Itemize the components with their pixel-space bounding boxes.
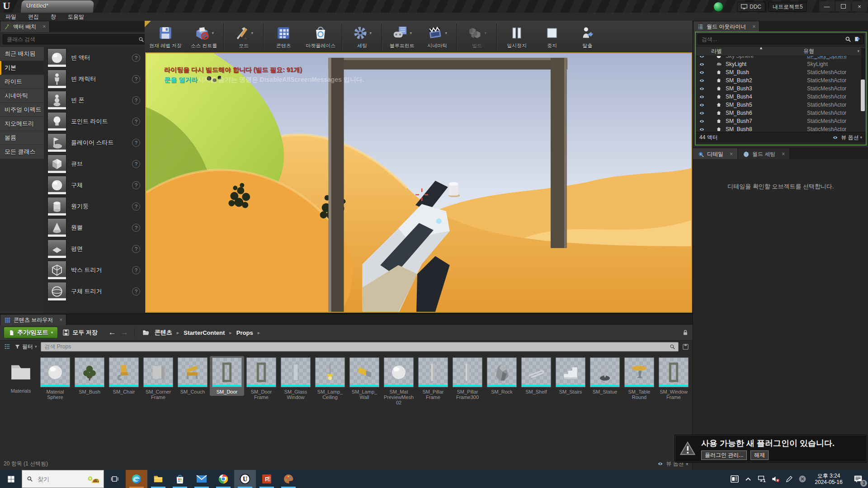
column-label[interactable]: 라벨: [711, 47, 722, 55]
add-actor-icon[interactable]: [854, 36, 861, 42]
taskbar-app-unreal[interactable]: U: [234, 470, 256, 488]
asset-tile[interactable]: SM_Table Round: [622, 356, 656, 401]
taskbar-app-paint[interactable]: [278, 470, 299, 488]
back-button[interactable]: ←: [108, 328, 116, 337]
menu-window[interactable]: 창: [51, 13, 56, 21]
breadcrumb-startercontent[interactable]: StarterContent: [184, 329, 225, 336]
help-icon[interactable]: ?: [132, 117, 140, 126]
marketplace-button[interactable]: 마켓플레이스: [301, 21, 340, 52]
category-geometry[interactable]: 지오메트리: [0, 117, 44, 131]
help-icon[interactable]: ?: [132, 54, 140, 62]
add-import-button[interactable]: 추가/임포트 ▾: [4, 327, 58, 338]
visibility-eye-icon[interactable]: [698, 86, 705, 91]
eject-button[interactable]: 탈출: [570, 21, 605, 52]
asset-tile[interactable]: SM_Pillar Frame: [416, 356, 450, 401]
help-icon[interactable]: ?: [132, 160, 140, 168]
ddc-button[interactable]: DDC: [737, 2, 765, 12]
help-icon[interactable]: ?: [132, 202, 140, 211]
help-icon[interactable]: ?: [132, 266, 140, 274]
help-icon[interactable]: ?: [132, 287, 140, 296]
tab-content-browser[interactable]: 콘텐츠 브라우저 ×: [0, 314, 66, 325]
help-icon[interactable]: ?: [132, 181, 140, 189]
level-tab-label[interactable]: Untitled*: [26, 2, 48, 9]
category-cinematic[interactable]: 시네마틱: [0, 89, 44, 103]
forward-button[interactable]: →: [121, 328, 128, 337]
visibility-eye-icon[interactable]: [698, 111, 705, 116]
category-visual-effects[interactable]: 비주얼 이펙트: [0, 103, 44, 117]
asset-tile-selected[interactable]: SM_Door: [210, 356, 244, 396]
place-item-cylinder[interactable]: 원기둥?: [44, 196, 145, 217]
stop-button[interactable]: 중지: [534, 21, 570, 52]
actor-row[interactable]: SM_Bush2StaticMeshActor: [696, 76, 866, 84]
asset-tile[interactable]: SM_Glass Window: [278, 356, 313, 401]
category-lights[interactable]: 라이트: [0, 75, 44, 89]
close-icon[interactable]: ×: [730, 151, 733, 157]
tray-app-icon[interactable]: [796, 470, 809, 488]
pen-icon[interactable]: [782, 470, 796, 488]
source-control-button[interactable]: ▾소스 컨트롤: [186, 21, 222, 52]
menu-file[interactable]: 파일: [5, 13, 16, 21]
content-button[interactable]: 콘텐츠: [266, 21, 301, 52]
asset-tile[interactable]: SM_Door Frame: [244, 356, 278, 401]
outliner-search-input[interactable]: [701, 36, 845, 43]
news-widget-icon[interactable]: [728, 470, 741, 488]
asset-tile[interactable]: SM_Lamp_ Ceiling: [313, 356, 347, 401]
place-item-sphere[interactable]: 구체?: [44, 174, 145, 196]
start-button[interactable]: [0, 470, 22, 488]
visibility-eye-icon[interactable]: [698, 56, 705, 59]
close-icon[interactable]: ×: [752, 23, 755, 30]
place-item-sphere-trigger[interactable]: 구체 트리거?: [44, 281, 145, 302]
breadcrumb-content[interactable]: 콘텐츠: [155, 328, 172, 337]
taskbar-app-powerpoint[interactable]: P: [256, 470, 278, 488]
taskbar-search-input[interactable]: [37, 475, 84, 483]
settings-button[interactable]: ▾세팅: [344, 21, 380, 52]
asset-tile[interactable]: SM_Bush: [72, 356, 107, 396]
asset-tile[interactable]: SM_Mat PreviewMesh 02: [382, 356, 416, 407]
save-search-icon[interactable]: [682, 343, 689, 350]
close-button[interactable]: ×: [852, 1, 867, 11]
taskbar-clock[interactable]: 오후 3:24 2024-05-16: [809, 470, 848, 488]
place-item-cube[interactable]: 큐브?: [44, 153, 145, 174]
asset-tile[interactable]: SM_Pillar Frame300: [450, 356, 485, 401]
actor-row[interactable]: SM_Bush7StaticMeshActor: [696, 117, 866, 125]
network-icon[interactable]: [755, 470, 769, 488]
visibility-eye-icon[interactable]: [698, 62, 705, 67]
cinematics-button[interactable]: ▾시네마틱: [420, 21, 455, 52]
category-recently-placed[interactable]: 최근 배치됨: [0, 47, 44, 61]
category-basic[interactable]: 기본: [0, 61, 44, 75]
place-item-point-light[interactable]: 포인트 라이트?: [44, 111, 145, 132]
visibility-eye-icon[interactable]: [698, 119, 705, 124]
type-filter-icon[interactable]: ▾: [857, 49, 859, 53]
place-item-empty-pawn[interactable]: 빈 폰?: [44, 89, 145, 111]
visibility-eye-icon[interactable]: [698, 94, 705, 99]
close-icon[interactable]: ×: [42, 23, 46, 30]
action-center-button[interactable]: 3: [848, 470, 868, 488]
place-item-player-start[interactable]: 플레이어 스타트?: [44, 132, 145, 153]
maximize-button[interactable]: [835, 1, 851, 11]
asset-tile-folder[interactable]: Materials: [4, 356, 38, 395]
minimize-button[interactable]: —: [819, 1, 835, 11]
visibility-eye-icon[interactable]: [698, 103, 705, 108]
level-viewport[interactable]: 라이팅을 다시 빌드해야 합니다 (빌드 필요: 91개) 문을 열거라시지를 …: [145, 52, 692, 313]
sources-panel-icon[interactable]: [4, 343, 11, 350]
task-view-button[interactable]: [104, 470, 126, 488]
asset-tile[interactable]: SM_Shelf: [519, 356, 553, 396]
help-icon[interactable]: ?: [132, 224, 140, 232]
asset-tile[interactable]: SM_Stairs: [553, 356, 588, 396]
tab-world-outliner[interactable]: 월드 아웃라이너 ×: [693, 21, 760, 32]
actor-row[interactable]: Sky SphereBP_Sky_Sphere: [696, 56, 866, 60]
visibility-eye-icon[interactable]: [698, 78, 705, 83]
filters-button[interactable]: 필터 ▾: [14, 343, 37, 351]
place-item-plane[interactable]: 평면?: [44, 238, 145, 259]
asset-tile[interactable]: SM_Rock: [485, 356, 519, 396]
actor-row[interactable]: SM_Bush3StaticMeshActor: [696, 84, 866, 93]
asset-tile[interactable]: SM_Statue: [588, 356, 622, 396]
build-button[interactable]: ▾빌드: [459, 21, 495, 52]
menu-help[interactable]: 도움말: [68, 13, 84, 21]
blueprints-button[interactable]: ▾블루프린트: [384, 21, 420, 52]
view-options-button[interactable]: 뷰 옵션 ▾: [832, 134, 862, 141]
actor-row[interactable]: SM_Bush5StaticMeshActor: [696, 101, 866, 109]
asset-tile[interactable]: SM_Chair: [107, 356, 141, 396]
breadcrumb-props[interactable]: Props: [236, 329, 253, 336]
taskbar-app-mail[interactable]: [191, 470, 212, 488]
